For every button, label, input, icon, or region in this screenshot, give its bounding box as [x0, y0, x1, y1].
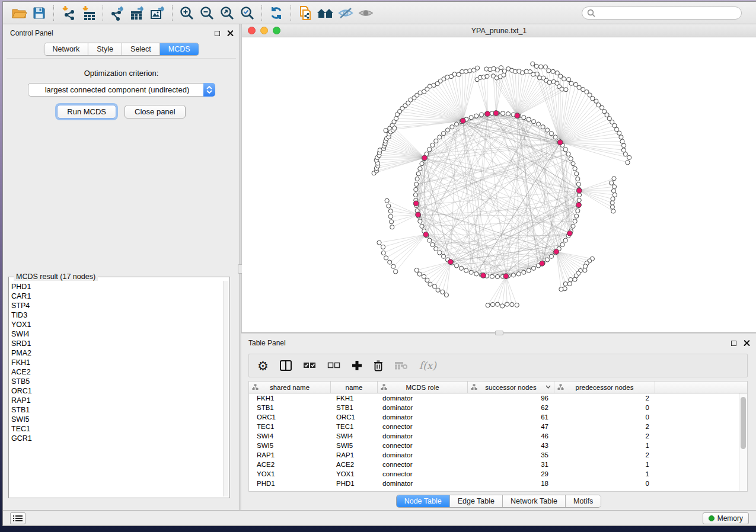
network-node[interactable] [576, 177, 580, 181]
network-node[interactable] [381, 251, 385, 255]
network-node[interactable] [441, 290, 445, 294]
network-node[interactable] [545, 128, 549, 132]
network-node[interactable] [531, 72, 535, 76]
network-node[interactable] [531, 120, 535, 124]
export-network-icon[interactable] [107, 4, 127, 22]
import-table-icon[interactable] [78, 4, 98, 22]
tab-edge-table[interactable]: Edge Table [450, 495, 503, 507]
network-node[interactable] [414, 187, 418, 191]
mcds-result-item[interactable]: SWI5 [11, 415, 222, 424]
mcds-result-item[interactable]: PMA2 [11, 348, 222, 358]
mcds-hub-node[interactable] [540, 261, 545, 266]
network-node[interactable] [430, 242, 435, 246]
network-canvas[interactable] [242, 37, 756, 332]
mcds-hub-node[interactable] [422, 155, 428, 161]
network-node[interactable] [495, 302, 499, 306]
network-node[interactable] [531, 266, 535, 270]
import-network-icon[interactable] [58, 4, 78, 22]
search-input[interactable] [598, 9, 736, 17]
mcds-result-item[interactable]: GCR1 [11, 434, 222, 443]
network-node[interactable] [541, 125, 545, 129]
network-node[interactable] [485, 74, 489, 78]
network-node[interactable] [563, 148, 567, 152]
network-node[interactable] [381, 245, 385, 249]
network-node[interactable] [418, 219, 422, 223]
tab-network[interactable]: Network [44, 43, 88, 55]
add-row-icon[interactable] [352, 360, 362, 371]
network-node[interactable] [612, 185, 616, 189]
table-scrollbar[interactable] [739, 393, 747, 491]
memory-button[interactable]: Memory [703, 512, 749, 524]
network-node[interactable] [563, 282, 567, 286]
network-node[interactable] [436, 288, 440, 292]
network-node[interactable] [520, 70, 524, 75]
network-node[interactable] [549, 132, 553, 136]
network-node[interactable] [415, 177, 419, 181]
network-node[interactable] [490, 302, 495, 306]
network-node[interactable] [613, 193, 617, 197]
network-node[interactable] [555, 71, 559, 75]
select-all-icon[interactable] [303, 361, 316, 370]
table-row[interactable]: SWI4SWI4dominator462 [249, 431, 739, 441]
mcds-hub-node[interactable] [567, 230, 572, 236]
network-node[interactable] [428, 148, 432, 152]
tab-style[interactable]: Style [88, 43, 122, 55]
tab-node-table[interactable]: Node Table [397, 495, 450, 507]
tab-network-table[interactable]: Network Table [503, 495, 566, 507]
network-node[interactable] [527, 117, 531, 121]
network-node[interactable] [414, 268, 419, 272]
network-node[interactable] [438, 251, 442, 255]
tab-motifs[interactable]: Motifs [566, 495, 601, 507]
show-all-icon[interactable] [356, 4, 376, 22]
refresh-view-icon[interactable] [266, 4, 286, 22]
network-node[interactable] [545, 258, 549, 262]
column-header-predecessor-nodes[interactable]: predecessor nodes [554, 382, 655, 393]
column-header-name[interactable]: name [331, 382, 378, 393]
tab-select[interactable]: Select [122, 43, 160, 55]
network-node[interactable] [510, 302, 514, 306]
network-node[interactable] [486, 303, 490, 307]
mcds-result-item[interactable]: TID3 [11, 310, 222, 320]
network-node[interactable] [610, 205, 614, 209]
network-node[interactable] [515, 303, 519, 307]
network-node[interactable] [610, 201, 614, 205]
network-node[interactable] [474, 272, 479, 276]
column-header-shared-name[interactable]: shared name [249, 382, 331, 393]
network-node[interactable] [549, 254, 553, 258]
network-node[interactable] [425, 278, 429, 282]
network-node[interactable] [567, 281, 572, 286]
network-node[interactable] [575, 214, 579, 218]
network-node[interactable] [539, 65, 543, 69]
network-node[interactable] [505, 302, 509, 306]
network-node[interactable] [620, 139, 624, 143]
network-node[interactable] [428, 84, 432, 88]
network-node[interactable] [621, 148, 626, 152]
network-node[interactable] [522, 270, 526, 274]
network-node[interactable] [611, 189, 615, 193]
network-node[interactable] [377, 241, 381, 245]
network-node[interactable] [474, 114, 479, 118]
mcds-hub-node[interactable] [554, 249, 559, 254]
table-row[interactable]: YOX1YOX1connector291 [249, 469, 739, 479]
table-row[interactable]: PHD1PHD1dominator180 [249, 479, 739, 488]
open-file-icon[interactable] [9, 4, 29, 22]
network-node[interactable] [612, 177, 616, 181]
mcds-result-list[interactable]: PHD1CAR1STP4TID3YOX1SWI4SRD1PMA2FKH1ACE2… [11, 282, 222, 496]
network-node[interactable] [564, 88, 568, 92]
network-node[interactable] [577, 198, 581, 202]
network-node[interactable] [499, 66, 503, 70]
network-node[interactable] [627, 155, 631, 159]
network-node[interactable] [543, 65, 547, 69]
table-settings-icon[interactable]: ⚙ [257, 360, 269, 372]
network-node[interactable] [621, 143, 626, 148]
network-node[interactable] [619, 135, 623, 139]
network-node[interactable] [428, 238, 432, 242]
hide-selected-icon[interactable] [336, 4, 356, 22]
zoom-out-icon[interactable] [197, 4, 217, 22]
network-node[interactable] [573, 219, 577, 223]
network-node[interactable] [495, 274, 499, 278]
network-node[interactable] [441, 254, 445, 258]
zoom-fit-icon[interactable] [217, 4, 237, 22]
network-node[interactable] [573, 166, 577, 171]
delete-row-icon[interactable] [374, 360, 383, 371]
